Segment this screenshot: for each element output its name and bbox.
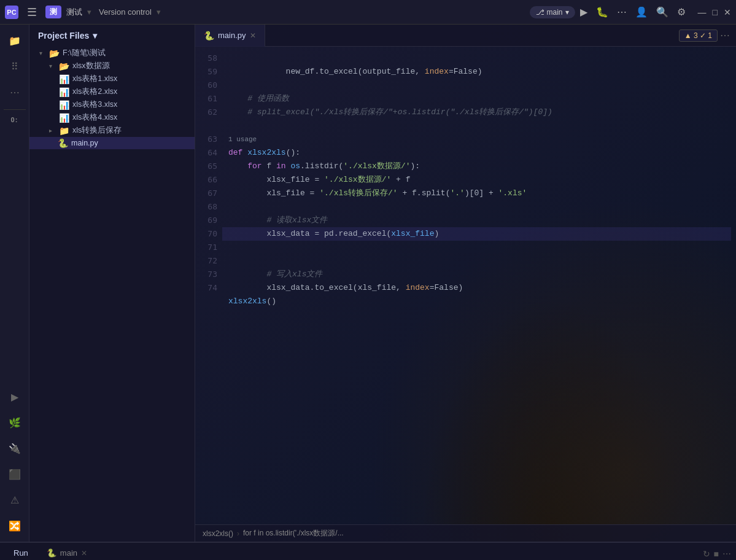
folder-arrow-xls-save: ▸ <box>49 127 58 134</box>
app-logo: PC <box>5 6 18 19</box>
tree-label-xlsx2: xls表格2.xlsx <box>72 87 117 97</box>
tree-label-xlsx4: xls表格4.xlsx <box>72 112 117 123</box>
breadcrumb: xlsx2xls() › for f in os.listdir('./xlsx… <box>195 524 736 542</box>
tab-icon: 🐍 <box>204 31 214 41</box>
code-line: # 写入xls文件 <box>228 270 322 279</box>
sidebar-title-text: Project Files <box>38 31 89 41</box>
activity-more-icon[interactable]: ⋯ <box>4 81 26 103</box>
activity-bar-bottom: ▶ 🌿 🔌 ⬛ ⚠ 🔀 <box>4 386 26 537</box>
tree-label-xls-save: xls转换后保存 <box>72 125 122 136</box>
titlebar-actions: ▶ 🐛 ⋯ 👤 🔍 ⚙ <box>580 6 686 18</box>
project-badge: 测 <box>45 6 61 18</box>
breadcrumb-func[interactable]: xlsx2xls() <box>203 529 233 538</box>
sidebar-title[interactable]: Project Files ▾ <box>38 31 97 41</box>
vcs-button[interactable]: Version control <box>99 7 152 17</box>
activity-bar: 📁 ⠿ ⋯ 0: ▶ 🌿 🔌 ⬛ ⚠ 🔀 <box>0 25 29 542</box>
tab-close-button[interactable]: ✕ <box>250 31 256 40</box>
code-line: 1 usage <box>228 134 257 144</box>
run-tab-label: Run <box>14 548 28 558</box>
sidebar-header: Project Files ▾ <box>29 25 195 44</box>
folder-arrow-xlsx: ▾ <box>49 63 58 69</box>
debug-button[interactable]: 🐛 <box>596 6 608 18</box>
run-button[interactable]: ▶ <box>580 6 587 18</box>
close-button[interactable]: ✕ <box>724 7 731 17</box>
titlebar: PC ☰ 测 测试 ▾ Version control ▾ ⎇ main ▾ ▶… <box>0 0 736 25</box>
tab-bar-actions: ⋯ <box>720 29 736 41</box>
code-editor[interactable]: 58 59 60 61 62 63 64 65 66 67 68 69 70 7… <box>195 47 736 524</box>
error-badge[interactable]: ▲ 3 ✓ 1 <box>679 29 718 42</box>
folder-icon-root: 📂 <box>49 49 60 58</box>
tree-label-root: F:\随笔\测试 <box>63 48 106 58</box>
folder-icon-xls-save: 📁 <box>59 126 69 136</box>
activity-plugin-icon[interactable]: 🔌 <box>4 437 26 459</box>
panel-more-icon[interactable]: ⋯ <box>722 549 731 559</box>
file-icon-xlsx1: 📊 <box>59 74 69 84</box>
branch-selector[interactable]: ⎇ main ▾ <box>530 6 575 18</box>
main-layout: 📁 ⠿ ⋯ 0: ▶ 🌿 🔌 ⬛ ⚠ 🔀 Project Files ▾ ▾ <box>0 25 736 542</box>
code-line: # 读取xlsx文件 <box>228 216 327 225</box>
panel-stop-icon[interactable]: ■ <box>714 549 719 559</box>
code-line: xlsx2xls() <box>228 297 276 306</box>
activity-project-icon[interactable]: 📁 <box>4 29 26 52</box>
editor-area: 🐍 main.py ✕ ⋯ ▲ 3 ✓ 1 58 59 60 61 62 63 … <box>195 25 736 542</box>
file-icon-main-py: 🐍 <box>58 138 68 148</box>
breadcrumb-inner[interactable]: for f in os.listdir('./xlsx数据源/... <box>243 528 344 539</box>
tree-item-main-py[interactable]: 🐍 main.py <box>29 137 195 149</box>
tree-item-xls-save[interactable]: ▸ 📁 xls转换后保存 <box>29 124 195 137</box>
maximize-button[interactable]: □ <box>713 7 718 17</box>
tree-label-xlsx3: xls表格3.xlsx <box>72 99 117 110</box>
list-item[interactable]: 📊 xls表格3.xlsx <box>29 98 195 111</box>
tree-item-xlsx-dir[interactable]: ▾ 📂 xlsx数据源 <box>29 60 195 72</box>
activity-terminal-icon[interactable]: ⬛ <box>4 463 26 485</box>
line-numbers: 58 59 60 61 62 63 64 65 66 67 68 69 70 7… <box>195 47 222 524</box>
code-line: for f in os.listdir('./xlsx数据源/'): <box>228 161 420 171</box>
settings-icon[interactable]: ⚙ <box>677 6 686 18</box>
activity-git2-icon[interactable]: 🔀 <box>4 515 26 537</box>
code-line: xlsx_data.to_excel(xls_file, index=False… <box>228 283 463 292</box>
search-icon[interactable]: 🔍 <box>656 6 668 18</box>
tab-more-icon[interactable]: ⋯ <box>720 29 730 41</box>
folder-icon-xlsx: 📂 <box>59 61 69 71</box>
file-icon-xlsx3: 📊 <box>59 100 69 110</box>
sidebar-chevron: ▾ <box>93 31 97 41</box>
activity-run-icon[interactable]: ▶ <box>4 386 26 408</box>
panel-tab-run[interactable]: Run <box>5 543 37 561</box>
code-line: # 使用函数 <box>228 94 289 103</box>
code-line: # split_excel("./xls转换后保存/"+os.listdir("… <box>228 107 552 117</box>
git-icon: ⎇ <box>536 8 544 17</box>
more-button[interactable]: ⋯ <box>617 6 627 18</box>
code-line: xls_file = './xls转换后保存/' + f.split('.')[… <box>228 189 527 198</box>
account-icon[interactable]: 👤 <box>635 6 648 18</box>
panel-rerun-icon[interactable]: ↻ <box>703 549 710 559</box>
activity-structure-icon[interactable]: ⠿ <box>4 55 26 77</box>
tree-label-main-py: main.py <box>71 139 98 147</box>
code-line: xlsx_data = pd.read_excel(xlsx_file) <box>222 227 731 241</box>
activity-git-icon[interactable]: 🌿 <box>4 411 26 434</box>
branch-chevron: ▾ <box>565 8 569 17</box>
code-line: xlsx_file = './xlsx数据源/' + f <box>228 175 410 184</box>
tree-item-root[interactable]: ▾ 📂 F:\随笔\测试 <box>29 47 195 60</box>
project-name[interactable]: 测试 <box>66 7 82 18</box>
run-tab-close[interactable]: ✕ <box>81 549 87 558</box>
file-icon-xlsx4: 📊 <box>59 113 69 123</box>
breadcrumb-sep: › <box>237 529 239 538</box>
list-item[interactable]: 📊 xls表格2.xlsx <box>29 85 195 98</box>
run-tab-icon2: 🐍 <box>47 548 56 558</box>
sidebar-tree: ▾ 📂 F:\随笔\测试 ▾ 📂 xlsx数据源 📊 xls表格1.xlsx 📊 <box>29 44 195 542</box>
sidebar: Project Files ▾ ▾ 📂 F:\随笔\测试 ▾ 📂 xlsx数据源 <box>29 25 195 542</box>
tab-label: main.py <box>218 31 246 40</box>
panel-actions: ↻ ■ ⋯ <box>703 549 731 559</box>
activity-problems-icon[interactable]: ⚠ <box>4 489 26 511</box>
code-content[interactable]: new_df.to_excel(output_file, index=False… <box>222 47 736 524</box>
tab-bar: 🐍 main.py ✕ ⋯ <box>195 25 736 47</box>
editor-tab-main-py[interactable]: 🐍 main.py ✕ <box>195 25 265 47</box>
code-line: def xlsx2xls(): <box>228 148 300 157</box>
folder-arrow-root: ▾ <box>39 50 48 56</box>
minimize-button[interactable]: — <box>698 7 707 17</box>
hamburger-menu[interactable]: ☰ <box>23 4 41 20</box>
bottom-panel: Run 🐍 main ✕ ↻ ■ ⋯ ↑ ↓ ⤓ 🖨 🗑 64 E:\py\py… <box>0 542 736 560</box>
list-item[interactable]: 📊 xls表格1.xlsx <box>29 72 195 85</box>
file-icon-xlsx2: 📊 <box>59 87 69 97</box>
list-item[interactable]: 📊 xls表格4.xlsx <box>29 111 195 124</box>
panel-tab-main[interactable]: 🐍 main ✕ <box>38 543 96 561</box>
